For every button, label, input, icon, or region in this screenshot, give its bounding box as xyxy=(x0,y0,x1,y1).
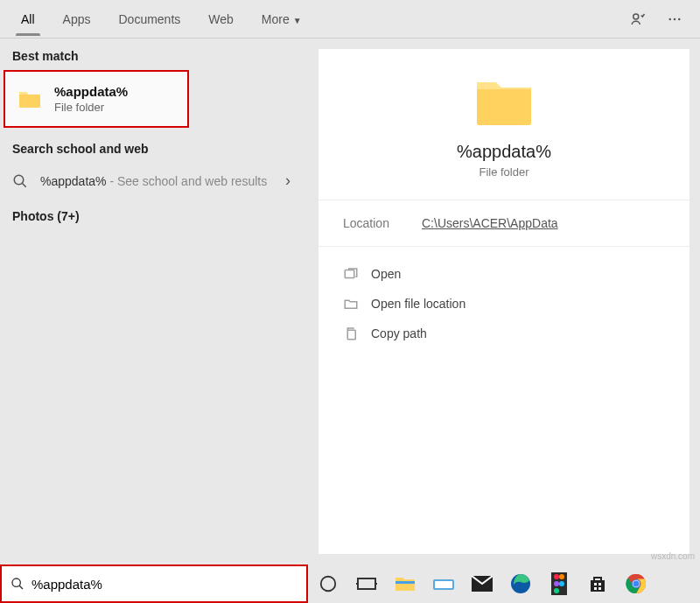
preview-panel: %appdata% File folder Location C:\Users\… xyxy=(308,39,700,564)
open-icon xyxy=(343,266,359,282)
svg-rect-6 xyxy=(345,270,354,278)
web-result-item[interactable]: %appdata% - See school and web results › xyxy=(0,163,308,199)
tab-more[interactable]: More▼ xyxy=(248,4,316,35)
svg-rect-27 xyxy=(594,587,597,590)
keyboard-icon[interactable] xyxy=(432,572,455,595)
tab-apps[interactable]: Apps xyxy=(49,4,105,35)
folder-icon xyxy=(18,88,42,109)
preview-header: %appdata% File folder xyxy=(318,49,690,200)
search-bar[interactable] xyxy=(0,564,308,603)
svg-line-9 xyxy=(19,585,23,589)
svg-point-20 xyxy=(554,574,559,579)
svg-point-4 xyxy=(14,175,24,185)
chevron-down-icon: ▼ xyxy=(293,16,302,25)
folder-icon xyxy=(473,75,535,128)
svg-point-10 xyxy=(321,577,336,592)
search-icon xyxy=(12,173,28,189)
location-value[interactable]: C:\Users\ACER\AppData xyxy=(422,216,558,230)
svg-point-2 xyxy=(674,18,676,20)
chevron-right-icon[interactable]: › xyxy=(280,172,296,190)
action-copy-path[interactable]: Copy path xyxy=(336,319,672,348)
explorer-icon[interactable] xyxy=(394,572,416,595)
tab-all[interactable]: All xyxy=(7,4,49,35)
cortana-icon[interactable] xyxy=(317,572,340,595)
search-web-label: Search school and web xyxy=(0,131,308,163)
svg-rect-11 xyxy=(358,578,375,589)
best-match-title: %appdata% xyxy=(54,84,128,99)
svg-point-8 xyxy=(12,578,20,586)
svg-point-22 xyxy=(554,581,559,586)
results-panel: Best match %appdata% File folder Search … xyxy=(0,39,308,564)
feedback-icon[interactable] xyxy=(620,4,656,34)
location-row: Location C:\Users\ACER\AppData xyxy=(318,200,690,247)
task-view-icon[interactable] xyxy=(355,572,378,595)
mail-icon[interactable] xyxy=(471,572,494,595)
svg-rect-28 xyxy=(598,587,601,590)
search-input[interactable] xyxy=(32,577,298,592)
preview-title: %appdata% xyxy=(457,142,551,162)
svg-point-24 xyxy=(554,588,559,593)
svg-point-3 xyxy=(678,18,681,20)
preview-subtitle: File folder xyxy=(479,165,528,179)
tab-web[interactable]: Web xyxy=(194,4,248,35)
edge-icon[interactable] xyxy=(509,572,532,595)
svg-point-21 xyxy=(559,574,564,579)
svg-point-1 xyxy=(668,18,671,20)
tab-documents[interactable]: Documents xyxy=(104,4,194,35)
top-tabs: All Apps Documents Web More▼ xyxy=(0,0,700,39)
svg-rect-7 xyxy=(347,330,355,340)
store-icon[interactable] xyxy=(586,572,609,595)
copy-icon xyxy=(343,326,359,341)
svg-point-23 xyxy=(559,581,564,586)
action-open-location[interactable]: Open file location xyxy=(336,289,672,319)
search-icon xyxy=(10,577,24,591)
svg-rect-14 xyxy=(396,581,415,584)
photos-label: Photos (7+) xyxy=(0,199,308,230)
actions-list: Open Open file location Copy path xyxy=(318,247,690,361)
action-open[interactable]: Open xyxy=(336,259,672,289)
svg-rect-16 xyxy=(435,581,452,588)
location-label: Location xyxy=(343,216,422,230)
svg-point-0 xyxy=(634,14,639,19)
watermark: wsxdn.com xyxy=(651,551,695,561)
best-match-item[interactable]: %appdata% File folder xyxy=(4,70,189,128)
figma-icon[interactable] xyxy=(548,572,570,595)
open-location-icon xyxy=(343,296,359,312)
taskbar xyxy=(308,564,700,603)
best-match-label: Best match xyxy=(0,39,308,70)
web-result-text: %appdata% - See school and web results xyxy=(40,174,280,188)
more-options-icon[interactable] xyxy=(656,4,693,34)
svg-rect-25 xyxy=(594,583,597,585)
chrome-icon[interactable] xyxy=(625,572,648,595)
best-match-subtitle: File folder xyxy=(54,101,128,114)
svg-rect-26 xyxy=(598,583,601,585)
svg-point-32 xyxy=(634,581,640,587)
svg-line-5 xyxy=(22,183,26,187)
